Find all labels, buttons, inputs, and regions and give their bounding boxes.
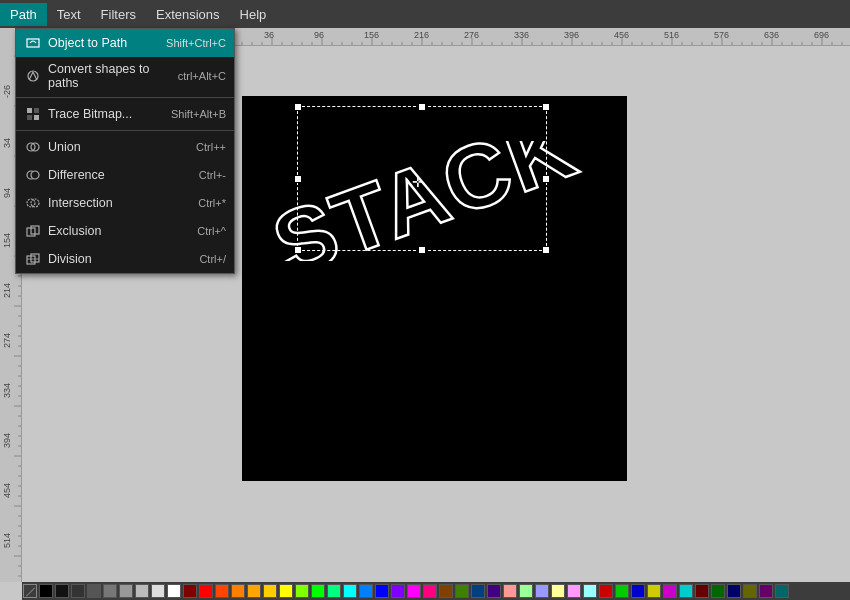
menu-item-union-label: Union	[48, 140, 188, 154]
color-swatch[interactable]	[727, 584, 741, 598]
exclusion-icon	[24, 222, 42, 240]
menu-item-union[interactable]: Union Ctrl++	[16, 133, 234, 161]
menubar-item-help[interactable]: Help	[230, 3, 277, 26]
menu-item-intersection-label: Intersection	[48, 196, 190, 210]
menu-item-trace-bitmap-shortcut: Shift+Alt+B	[171, 108, 226, 120]
svg-text:STACK: STACK	[267, 141, 587, 261]
svg-point-9	[31, 171, 39, 179]
color-swatch[interactable]	[567, 584, 581, 598]
color-swatch[interactable]	[359, 584, 373, 598]
path-dropdown-menu: Object to Path Shift+Ctrl+C Convert shap…	[15, 28, 235, 274]
color-swatch[interactable]	[407, 584, 421, 598]
svg-rect-4	[27, 115, 32, 120]
color-swatch[interactable]	[583, 584, 597, 598]
color-swatch[interactable]	[247, 584, 261, 598]
color-swatch[interactable]	[599, 584, 613, 598]
menubar-item-path[interactable]: Path	[0, 3, 47, 26]
color-swatch[interactable]	[695, 584, 709, 598]
separator-2	[16, 130, 234, 131]
menu-item-object-to-path[interactable]: Object to Path Shift+Ctrl+C	[16, 29, 234, 57]
color-swatch[interactable]	[71, 584, 85, 598]
menu-item-exclusion[interactable]: Exclusion Ctrl+^	[16, 217, 234, 245]
menu-item-trace-bitmap-label: Trace Bitmap...	[48, 107, 163, 121]
color-swatch[interactable]	[39, 584, 53, 598]
color-swatch[interactable]	[279, 584, 293, 598]
color-swatch[interactable]	[519, 584, 533, 598]
color-swatch[interactable]	[631, 584, 645, 598]
menubar: Path Text Filters Extensions Help	[0, 0, 850, 28]
menu-item-union-shortcut: Ctrl++	[196, 141, 226, 153]
color-swatch[interactable]	[487, 584, 501, 598]
menu-item-difference-label: Difference	[48, 168, 191, 182]
menu-item-exclusion-label: Exclusion	[48, 224, 189, 238]
color-swatch[interactable]	[711, 584, 725, 598]
menu-item-difference[interactable]: Difference Ctrl+-	[16, 161, 234, 189]
division-icon	[24, 250, 42, 268]
svg-rect-5	[34, 115, 39, 120]
union-icon	[24, 138, 42, 156]
menu-item-division-label: Division	[48, 252, 191, 266]
menubar-item-text[interactable]: Text	[47, 3, 91, 26]
menu-item-convert-shapes-shortcut: ctrl+Alt+C	[178, 70, 226, 82]
menu-item-difference-shortcut: Ctrl+-	[199, 169, 226, 181]
colorbar	[22, 582, 850, 600]
color-swatch[interactable]	[423, 584, 437, 598]
color-swatch[interactable]	[775, 584, 789, 598]
color-swatch[interactable]	[135, 584, 149, 598]
color-swatch[interactable]	[103, 584, 117, 598]
object-to-path-icon	[24, 34, 42, 52]
trace-bitmap-icon	[24, 105, 42, 123]
color-swatch[interactable]	[263, 584, 277, 598]
intersection-icon	[24, 194, 42, 212]
menu-item-division-shortcut: Ctrl+/	[199, 253, 226, 265]
menu-item-object-to-path-label: Object to Path	[48, 36, 158, 50]
svg-rect-2	[27, 108, 32, 113]
menu-item-convert-shapes-label: Convert shapes to paths	[48, 62, 170, 90]
color-swatch[interactable]	[231, 584, 245, 598]
difference-icon	[24, 166, 42, 184]
color-swatch[interactable]	[119, 584, 133, 598]
separator-1	[16, 97, 234, 98]
color-swatch[interactable]	[183, 584, 197, 598]
color-swatch[interactable]	[295, 584, 309, 598]
color-swatch[interactable]	[551, 584, 565, 598]
color-swatch[interactable]	[151, 584, 165, 598]
menu-item-exclusion-shortcut: Ctrl+^	[197, 225, 226, 237]
color-swatch[interactable]	[391, 584, 405, 598]
color-transparent[interactable]	[23, 584, 37, 598]
menubar-item-filters[interactable]: Filters	[91, 3, 146, 26]
color-swatch[interactable]	[439, 584, 453, 598]
color-swatch[interactable]	[311, 584, 325, 598]
color-swatch[interactable]	[343, 584, 357, 598]
color-swatch[interactable]	[327, 584, 341, 598]
color-swatch[interactable]	[647, 584, 661, 598]
menubar-item-extensions[interactable]: Extensions	[146, 3, 230, 26]
color-swatch[interactable]	[167, 584, 181, 598]
color-swatch[interactable]	[471, 584, 485, 598]
menu-item-convert-shapes[interactable]: Convert shapes to paths ctrl+Alt+C	[16, 57, 234, 95]
menu-item-object-to-path-shortcut: Shift+Ctrl+C	[166, 37, 226, 49]
color-swatch[interactable]	[375, 584, 389, 598]
menu-item-intersection[interactable]: Intersection Ctrl+*	[16, 189, 234, 217]
svg-rect-3	[34, 108, 39, 113]
menu-item-intersection-shortcut: Ctrl+*	[198, 197, 226, 209]
color-swatch[interactable]	[55, 584, 69, 598]
color-swatch[interactable]	[503, 584, 517, 598]
menu-item-trace-bitmap[interactable]: Trace Bitmap... Shift+Alt+B	[16, 100, 234, 128]
color-swatch[interactable]	[535, 584, 549, 598]
color-swatch[interactable]	[199, 584, 213, 598]
color-swatch[interactable]	[743, 584, 757, 598]
color-swatch[interactable]	[759, 584, 773, 598]
drawing-canvas[interactable]: STACK	[242, 96, 627, 481]
menu-item-division[interactable]: Division Ctrl+/	[16, 245, 234, 273]
color-swatch[interactable]	[663, 584, 677, 598]
stack-text-container: STACK	[262, 136, 592, 266]
color-swatch[interactable]	[455, 584, 469, 598]
color-swatch[interactable]	[87, 584, 101, 598]
color-swatch[interactable]	[215, 584, 229, 598]
color-swatch[interactable]	[615, 584, 629, 598]
convert-shapes-icon	[24, 67, 42, 85]
color-swatch[interactable]	[679, 584, 693, 598]
svg-rect-0	[27, 39, 39, 47]
